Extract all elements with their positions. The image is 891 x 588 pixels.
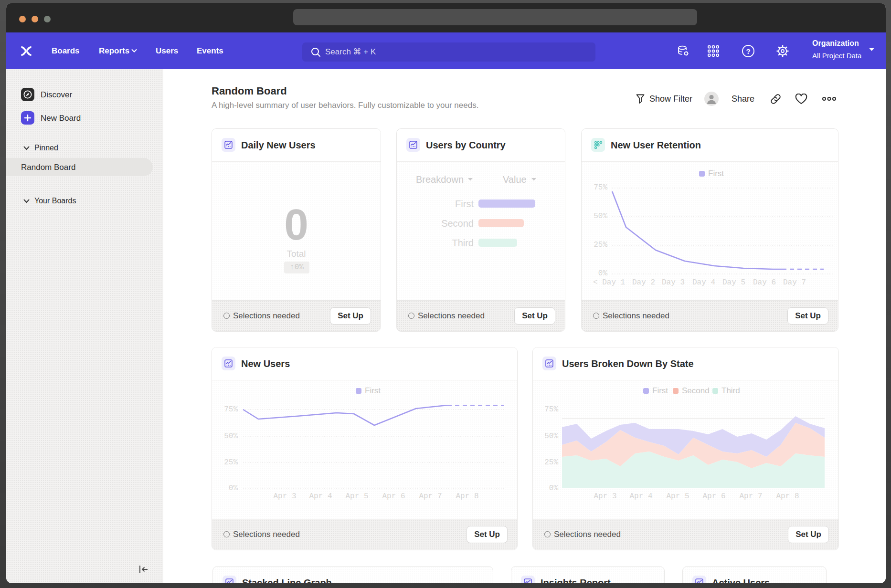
svg-text:?: ? xyxy=(746,47,750,55)
